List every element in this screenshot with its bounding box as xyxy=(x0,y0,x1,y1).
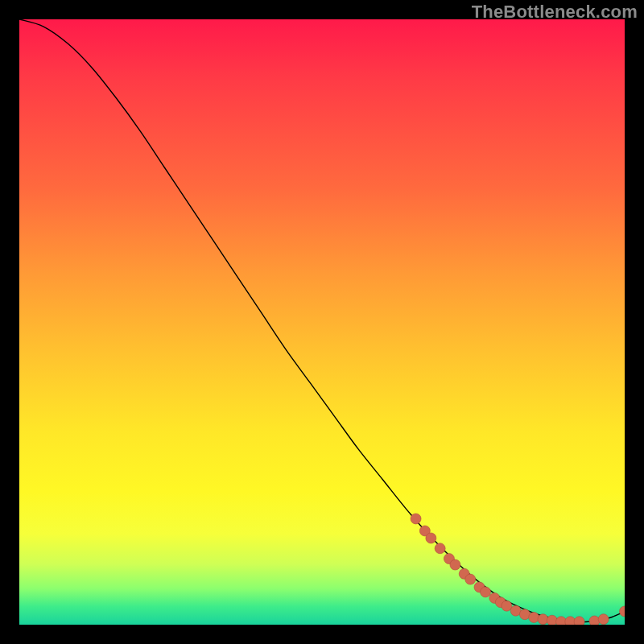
data-marker xyxy=(426,533,436,543)
data-marker xyxy=(589,616,600,625)
data-marker xyxy=(565,617,576,625)
data-marker xyxy=(574,617,584,625)
data-marker xyxy=(598,614,609,625)
data-marker xyxy=(450,559,460,570)
marker-layer xyxy=(411,514,625,625)
chart-stage: TheBottleneck.com xyxy=(0,0,644,644)
bottleneck-curve-line xyxy=(19,19,625,621)
data-marker xyxy=(556,617,567,625)
data-marker xyxy=(502,601,512,611)
chart-svg xyxy=(19,19,625,625)
data-marker xyxy=(529,612,539,622)
data-marker xyxy=(465,574,476,584)
data-marker xyxy=(547,615,557,625)
data-marker xyxy=(435,543,445,554)
plot-area xyxy=(19,19,625,625)
data-marker xyxy=(620,606,625,617)
data-marker xyxy=(538,614,548,625)
data-marker xyxy=(411,514,421,524)
data-marker xyxy=(481,587,491,597)
